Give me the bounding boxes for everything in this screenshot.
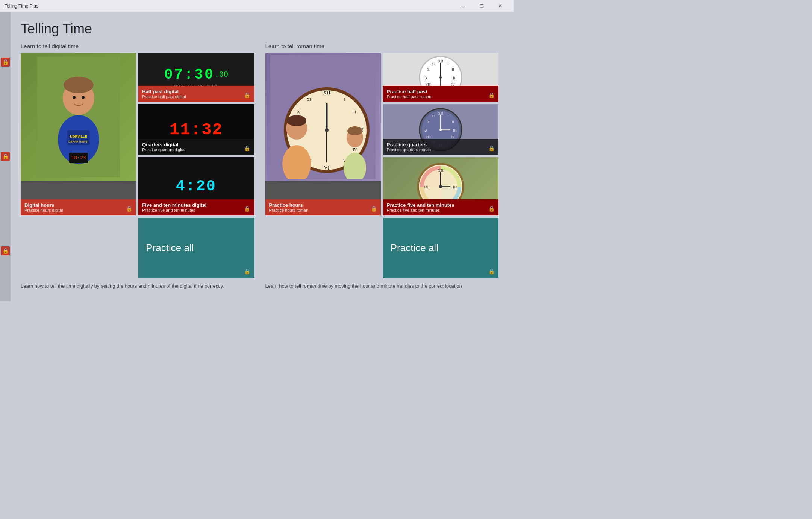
restore-button[interactable]: ❐: [473, 0, 490, 12]
roman-column: Learn to tell roman time XII: [265, 43, 499, 290]
svg-point-68: [439, 129, 442, 131]
svg-text:III: III: [453, 185, 457, 189]
digital-section-label: Learn to tell digital time: [21, 43, 254, 49]
practice-all-digital-lock: 🔒: [244, 268, 250, 274]
svg-text:IV: IV: [451, 135, 455, 139]
svg-text:X: X: [427, 120, 429, 124]
close-button[interactable]: ✕: [492, 0, 509, 12]
practice-quarters-lock: 🔒: [488, 145, 495, 151]
sidebar-lock-top: 🔒: [1, 58, 10, 67]
practice-hours-title: Practice hours: [269, 202, 377, 208]
svg-text:II: II: [452, 68, 454, 71]
quarters-digital-label: Quarters digital Practice quarters digit…: [138, 139, 254, 155]
sidebar-lock-mid: 🔒: [1, 152, 10, 161]
practice-all-digital-tile[interactable]: Practice all 🔒: [138, 218, 254, 278]
roman-section-label: Learn to tell roman time: [265, 43, 499, 49]
svg-text:IX: IX: [424, 185, 429, 189]
half-past-digital-label: Half past digital Practice half past dig…: [138, 86, 254, 102]
svg-point-34: [347, 126, 362, 135]
practice-all-roman-text: Practice all: [391, 242, 438, 254]
titlebar-controls: — ❐ ✕: [454, 0, 509, 12]
svg-text:XII: XII: [323, 90, 330, 96]
svg-text:I: I: [344, 97, 345, 102]
practice-hours-lock: 🔒: [371, 206, 377, 212]
svg-text:XII: XII: [438, 59, 443, 63]
svg-text:DEPARTMENT: DEPARTMENT: [68, 140, 88, 143]
half-past-digital-subtitle: Practice half past digital: [142, 94, 250, 99]
five-ten-digital-tile[interactable]: 4:20 Five and ten minutes digital Practi…: [138, 157, 254, 215]
columns: Learn to tell digital time: [21, 43, 498, 290]
svg-text:I: I: [448, 62, 449, 66]
svg-text:II: II: [452, 120, 454, 124]
practice-hours-tile[interactable]: XII III VI IX I II IV V VII VIII X: [265, 53, 381, 215]
quarters-digital-lock: 🔒: [244, 145, 250, 151]
practice-all-roman-lock: 🔒: [488, 268, 495, 274]
digital-description: Learn how to tell the time digitally by …: [21, 282, 246, 290]
svg-text:I: I: [448, 115, 449, 118]
digital-hours-label: Digital hours Practice hours digital: [21, 199, 136, 215]
digital-hours-lock: 🔒: [126, 206, 132, 212]
practice-quarters-subtitle: Practice quarters roman: [387, 147, 495, 152]
cyan-clock-display: 4:20: [176, 178, 217, 195]
titlebar-title: Telling Time Plus: [5, 3, 38, 9]
svg-text:X: X: [427, 68, 429, 71]
practice-half-past-label: Practice half past Practice half past ro…: [383, 86, 498, 102]
digital-hours-tile[interactable]: NORVILLE DEPARTMENT 18:23 Digital hours …: [21, 53, 136, 215]
svg-text:X: X: [297, 109, 300, 114]
svg-point-4: [73, 96, 76, 99]
svg-text:XI: XI: [306, 97, 311, 102]
app-title: Telling Time: [21, 21, 498, 37]
half-past-digital-lock: 🔒: [244, 92, 250, 98]
titlebar: Telling Time Plus — ❐ ✕: [0, 0, 514, 12]
svg-point-28: [325, 128, 329, 132]
practice-quarters-label: Practice quarters Practice quarters roma…: [383, 139, 498, 155]
minimize-button[interactable]: —: [454, 0, 471, 12]
five-ten-digital-label: Five and ten minutes digital Practice fi…: [138, 199, 254, 215]
sidebar-sliver: 🔒 🔒 🔒: [0, 12, 11, 301]
quarters-digital-subtitle: Practice quarters digital: [142, 147, 250, 152]
red-clock-display: 11:32: [170, 120, 223, 139]
roman-grid: XII III VI IX I II IV V VII VIII X: [265, 53, 499, 278]
svg-text:III: III: [453, 128, 457, 132]
digital-hours-title: Digital hours: [24, 202, 132, 208]
practice-five-ten-label: Practice five and ten minutes Practice f…: [383, 199, 498, 215]
svg-text:IX: IX: [424, 128, 428, 132]
five-ten-digital-title: Five and ten minutes digital: [142, 202, 250, 208]
practice-hours-label: Practice hours Practice hours roman: [265, 199, 381, 215]
green-clock-display: 07:30: [164, 67, 215, 83]
practice-five-ten-lock: 🔒: [488, 206, 495, 212]
svg-text:III: III: [453, 76, 457, 80]
quarters-digital-tile[interactable]: 11:32 Quarters digital Practice quarters…: [138, 104, 254, 155]
digital-hours-subtitle: Practice hours digital: [24, 208, 132, 212]
kid-illustration: NORVILLE DEPARTMENT 18:23: [37, 57, 120, 177]
practice-five-ten-title: Practice five and ten minutes: [387, 202, 495, 208]
svg-point-31: [287, 115, 306, 126]
practice-all-roman-tile[interactable]: Practice all 🔒: [383, 218, 498, 278]
practice-five-ten-tile[interactable]: XII III VI IX Practice: [383, 157, 498, 215]
practice-all-digital-text: Practice all: [146, 242, 194, 254]
digital-grid: NORVILLE DEPARTMENT 18:23 Digital hours …: [21, 53, 254, 278]
svg-point-5: [82, 96, 85, 99]
svg-text:VIII: VIII: [426, 135, 431, 139]
svg-point-51: [439, 76, 442, 79]
practice-half-past-subtitle: Practice half past roman: [387, 94, 495, 99]
svg-text:IV: IV: [353, 147, 357, 152]
svg-point-77: [439, 185, 442, 188]
svg-text:II: II: [353, 109, 356, 114]
half-past-digital-tile[interactable]: 07:30 .00 MODE SET UP DOWN H: [138, 53, 254, 102]
svg-text:XI: XI: [432, 115, 435, 118]
five-ten-digital-lock: 🔒: [244, 206, 250, 212]
svg-text:IX: IX: [424, 76, 428, 80]
five-ten-digital-subtitle: Practice five and ten minutes: [142, 208, 250, 212]
roman-description: Learn how to tell roman time by moving t…: [265, 282, 491, 290]
sidebar-lock-bot: 🔒: [1, 246, 10, 255]
practice-hours-subtitle: Practice hours roman: [269, 208, 377, 212]
practice-half-past-tile[interactable]: XII III VI IX I II IV V VII VIII X: [383, 53, 498, 102]
practice-quarters-title: Practice quarters: [387, 142, 495, 147]
practice-quarters-tile[interactable]: XII III VI IX I II IV V VII VIII X: [383, 104, 498, 155]
practice-half-past-lock: 🔒: [488, 92, 495, 98]
svg-text:VI: VI: [324, 165, 330, 171]
svg-text:NORVILLE: NORVILLE: [70, 135, 87, 138]
practice-five-ten-subtitle: Practice five and ten minutes: [387, 208, 495, 212]
svg-point-3: [64, 77, 94, 93]
